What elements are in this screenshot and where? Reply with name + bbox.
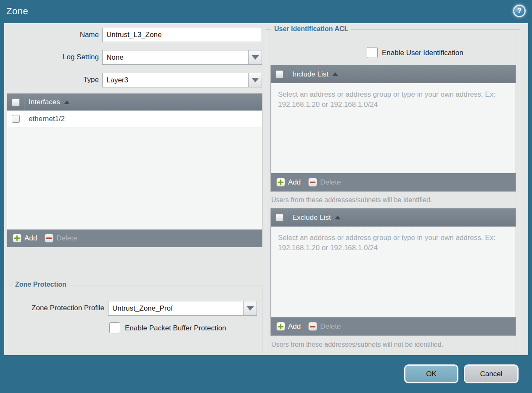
include-list-helper: Users from these addresses/subnets will …: [271, 196, 432, 204]
chevron-down-icon: [246, 306, 254, 311]
exclude-list-column-header[interactable]: Exclude List: [292, 214, 331, 222]
type-value[interactable]: [102, 73, 248, 87]
sort-ascending-icon: [332, 72, 338, 76]
dialog-body: Name Log Setting Type Interfaces: [4, 23, 528, 355]
include-list-table: Include List Select an address or addres…: [270, 65, 516, 192]
include-list-placeholder: Select an address or address group or ty…: [271, 83, 508, 116]
include-list-toolbar: Add Delete: [271, 173, 516, 191]
zone-protection-profile-value[interactable]: [108, 301, 243, 316]
exclude-list-placeholder: Select an address or address group or ty…: [271, 227, 508, 259]
exclude-select-all-cell: [271, 208, 288, 227]
exclude-list-helper: Users from these addresses/subnets will …: [271, 341, 443, 348]
exclude-list-toolbar: Add Delete: [271, 317, 516, 335]
help-icon[interactable]: ?: [513, 5, 526, 17]
zone-name-input[interactable]: [102, 28, 262, 42]
include-select-all-cell: [271, 65, 288, 83]
packet-buffer-protection-checkbox[interactable]: [109, 322, 120, 333]
interfaces-table-body: ethernet1/2: [7, 111, 262, 229]
zone-protection-legend: Zone Protection: [12, 281, 69, 288]
user-identification-acl-legend: User Identification ACL: [271, 25, 351, 33]
exclude-list-body[interactable]: Select an address or address group or ty…: [271, 227, 516, 317]
interfaces-table: Interfaces ethernet1/2 Add Delete: [7, 93, 262, 247]
sort-ascending-icon: [64, 100, 70, 104]
interfaces-table-header[interactable]: Interfaces: [7, 94, 262, 111]
include-list-header[interactable]: Include List: [271, 65, 516, 83]
dialog-title: Zone: [6, 0, 28, 23]
interfaces-select-all-cell: [7, 94, 24, 111]
delete-icon[interactable]: [308, 322, 317, 331]
dialog-titlebar: Zone ?: [0, 0, 532, 23]
add-button[interactable]: Add: [24, 234, 37, 243]
enable-user-identification-label: Enable User Identification: [382, 47, 463, 58]
delete-icon[interactable]: [45, 234, 53, 243]
log-setting-label: Log Setting: [4, 50, 99, 64]
log-setting-value[interactable]: [102, 50, 248, 65]
include-add-button[interactable]: Add: [288, 178, 301, 187]
type-dropdown-button[interactable]: [248, 73, 262, 87]
interfaces-table-toolbar: Add Delete: [7, 229, 262, 247]
include-list-body[interactable]: Select an address or address group or ty…: [271, 83, 516, 173]
add-icon[interactable]: [13, 234, 21, 243]
row-checkbox[interactable]: [12, 115, 20, 123]
add-icon[interactable]: [276, 322, 285, 331]
exclude-delete-button[interactable]: Delete: [320, 322, 341, 331]
interfaces-select-all-checkbox[interactable]: [12, 98, 20, 106]
name-label: Name: [4, 28, 99, 42]
delete-button[interactable]: Delete: [56, 234, 77, 243]
include-list-column-header[interactable]: Include List: [292, 70, 328, 79]
delete-icon[interactable]: [308, 178, 317, 187]
zone-protection-profile-dropdown-button[interactable]: [243, 301, 257, 316]
include-select-all-checkbox[interactable]: [275, 70, 283, 78]
chevron-down-icon: [251, 55, 259, 60]
packet-buffer-protection-label: Enable Packet Buffer Protection: [125, 322, 226, 334]
zone-protection-section: Zone Protection Zone Protection Profile …: [7, 285, 262, 353]
log-setting-combo[interactable]: [102, 50, 262, 65]
chevron-down-icon: [251, 78, 259, 82]
cancel-button[interactable]: Cancel: [464, 364, 519, 383]
exclude-select-all-checkbox[interactable]: [275, 214, 283, 222]
enable-user-identification-checkbox[interactable]: [367, 47, 378, 58]
add-icon[interactable]: [276, 178, 285, 187]
zone-protection-profile-combo[interactable]: [108, 301, 257, 316]
exclude-list-header[interactable]: Exclude List: [271, 208, 516, 227]
interfaces-column-header[interactable]: Interfaces: [29, 98, 60, 106]
type-combo[interactable]: [102, 73, 262, 87]
exclude-list-table: Exclude List Select an address or addres…: [270, 208, 516, 336]
exclude-add-button[interactable]: Add: [288, 322, 301, 331]
interface-name: ethernet1/2: [29, 111, 65, 127]
sort-ascending-icon: [335, 216, 341, 219]
include-delete-button[interactable]: Delete: [320, 178, 341, 187]
log-setting-dropdown-button[interactable]: [248, 50, 262, 65]
type-label: Type: [4, 73, 99, 87]
ok-button[interactable]: OK: [404, 364, 458, 383]
row-checkbox-cell: [7, 111, 24, 127]
table-row[interactable]: ethernet1/2: [7, 111, 262, 127]
zone-protection-profile-label: Zone Protection Profile: [7, 301, 104, 315]
user-identification-acl-section: User Identification ACL Enable User Iden…: [266, 29, 520, 353]
